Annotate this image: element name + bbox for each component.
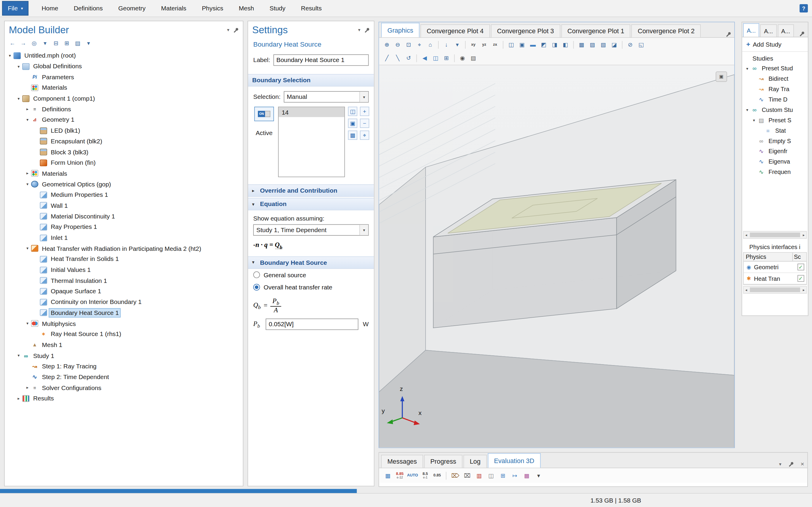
- section-equation[interactable]: ▾ Equation: [248, 198, 374, 211]
- hide-geometric-entities-icon[interactable]: ⊘: [626, 40, 635, 49]
- radio-checked-icon[interactable]: [253, 284, 260, 291]
- tree-item-empty-s[interactable]: ∞Empty S: [742, 136, 808, 146]
- more-dropdown-icon[interactable]: ▾: [84, 38, 93, 48]
- print-graphics-icon[interactable]: ▤: [469, 53, 478, 63]
- tree-item-medium-properties-1[interactable]: Medium Properties 1: [5, 190, 243, 201]
- collapse-all-icon[interactable]: ⊟: [51, 38, 61, 48]
- expand-all-icon[interactable]: ⊞: [62, 38, 71, 48]
- more-options-icon[interactable]: ▾: [534, 471, 543, 480]
- environment-reflections-icon[interactable]: ◨: [550, 40, 559, 49]
- show-dropdown-icon[interactable]: ▾: [40, 38, 50, 48]
- file-menu-button[interactable]: File ▾: [2, 1, 29, 15]
- maximize-window-icon[interactable]: ⊞: [442, 53, 451, 63]
- label-input[interactable]: [273, 54, 369, 66]
- expand-arrow[interactable]: ▸: [24, 385, 31, 390]
- show-grid-icon[interactable]: ▦: [577, 40, 586, 49]
- table-format-icon[interactable]: ▦: [383, 471, 392, 480]
- tree-item-global-definitions[interactable]: ▾Global Definitions: [5, 61, 243, 71]
- 3d-scene[interactable]: [379, 65, 734, 448]
- table-graph-icon[interactable]: ⊞: [498, 471, 508, 480]
- tree-item-mesh-1[interactable]: ▲Mesh 1: [5, 340, 243, 350]
- tree-item-inlet-1[interactable]: Inlet 1: [5, 232, 243, 243]
- tree-item-frequen[interactable]: ∿Frequen: [742, 167, 808, 177]
- add-study-button[interactable]: + Add Study: [742, 38, 808, 52]
- tree-item-study-1[interactable]: ▾∞Study 1: [5, 350, 243, 361]
- physics-horizontal-scrollbar[interactable]: ◂ ▸: [743, 286, 807, 294]
- graphics-tab-convergence-plot-3[interactable]: Convergence Plot 3: [491, 24, 560, 38]
- scroll-left-icon[interactable]: ◂: [744, 288, 749, 292]
- tree-item-component-1-comp1[interactable]: ▾Component 1 (comp1): [5, 93, 243, 104]
- show-options-icon[interactable]: ◎: [30, 38, 39, 48]
- export-table-icon[interactable]: ↦: [510, 471, 519, 480]
- tree-item-eigenva[interactable]: ∿Eigenva: [742, 157, 808, 167]
- panel-dropdown-icon[interactable]: ▾: [779, 462, 781, 467]
- precision-engineering-icon[interactable]: 8.5e-1: [420, 471, 430, 480]
- tree-item-ray-properties-1[interactable]: Ray Properties 1: [5, 222, 243, 232]
- selection-dropdown[interactable]: Manual ▾: [284, 91, 369, 102]
- split-window-icon[interactable]: ◫: [431, 53, 440, 63]
- tree-item-encapsulant-blk2[interactable]: Encapsulant (blk2): [5, 136, 243, 147]
- tree-item-ray-tra[interactable]: ↝Ray Tra: [742, 84, 808, 95]
- transparency-icon[interactable]: ◧: [561, 40, 570, 49]
- collapse-arrow[interactable]: ▾: [7, 53, 13, 58]
- rotate-scene-icon[interactable]: ╲: [393, 53, 402, 63]
- go-to-default-view-icon[interactable]: ⌂: [425, 40, 435, 49]
- menu-item-home[interactable]: Home: [34, 0, 66, 17]
- graphics-tab-convergence-plot-1[interactable]: Convergence Plot 1: [561, 24, 630, 38]
- info-tab-evaluation-3d[interactable]: Evaluation 3D: [487, 453, 540, 468]
- panel-dropdown-icon[interactable]: ▾: [227, 27, 229, 32]
- tree-item-form-union-fin[interactable]: Form Union (fin): [5, 157, 243, 168]
- go-back-icon[interactable]: ←: [8, 38, 17, 48]
- collapse-arrow[interactable]: ▾: [15, 96, 22, 101]
- pin-icon[interactable]: [788, 461, 794, 467]
- solve-checkbox[interactable]: ✓: [797, 264, 804, 270]
- tree-item-results[interactable]: ▸Results: [5, 393, 243, 404]
- precision-full-icon[interactable]: 8.85e-12: [395, 471, 404, 480]
- expand-arrow[interactable]: ▸: [24, 107, 31, 112]
- right-tab-a-2[interactable]: A...: [777, 24, 794, 37]
- tree-item-thermal-insulation-1[interactable]: Thermal Insulation 1: [5, 275, 243, 286]
- right-tab-a-1[interactable]: A...: [760, 24, 777, 37]
- tree-item-definitions[interactable]: ▸≡Definitions: [5, 104, 243, 115]
- menu-item-study[interactable]: Study: [262, 0, 293, 17]
- graphics-viewport[interactable]: z y x ▣: [379, 65, 734, 448]
- menu-item-materials[interactable]: Materials: [154, 0, 194, 17]
- snapshot-camera-icon[interactable]: ◉: [458, 53, 467, 63]
- solve-checkbox[interactable]: ✓: [797, 275, 804, 282]
- section-boundary-selection[interactable]: Boundary Selection: [248, 74, 374, 87]
- collapse-arrow[interactable]: ▾: [744, 107, 750, 112]
- section-boundary-heat-source[interactable]: ▾ Boundary Heat Source: [248, 256, 374, 269]
- tree-item-step-1-ray-tracing[interactable]: ↝Step 1: Ray Tracing: [5, 361, 243, 372]
- clip-plane-icon[interactable]: ◪: [610, 40, 619, 49]
- tree-item-materials[interactable]: ▸Materials: [5, 168, 243, 179]
- tree-item-bidirect[interactable]: ↝Bidirect: [742, 74, 808, 84]
- collapse-arrow[interactable]: ▾: [24, 182, 31, 187]
- expand-arrow[interactable]: ▸: [252, 188, 257, 193]
- tree-item-geometrical-optics-gop[interactable]: ▾Geometrical Optics (gop): [5, 179, 243, 189]
- boundary-item-14[interactable]: 14: [279, 107, 345, 117]
- panel-dropdown-icon[interactable]: ▾: [358, 27, 361, 32]
- collapse-arrow[interactable]: ▾: [751, 118, 757, 123]
- tree-item-stat[interactable]: =Stat: [742, 125, 808, 136]
- tree-item-preset-s[interactable]: ▾▤Preset S: [742, 115, 808, 125]
- yz-view-icon[interactable]: yz: [480, 40, 489, 49]
- view-direction-icon[interactable]: ↓: [442, 40, 451, 49]
- tree-item-boundary-heat-source-1[interactable]: Boundary Heat Source 1: [5, 307, 243, 318]
- collapse-arrow[interactable]: ▾: [744, 66, 750, 71]
- pin-icon[interactable]: [726, 32, 731, 37]
- pin-icon[interactable]: [233, 27, 239, 33]
- image-snapshot-icon[interactable]: ▬: [528, 40, 537, 49]
- color-table-icon[interactable]: ▩: [522, 471, 531, 480]
- tree-item-continuity-on-interior-boundary-1[interactable]: Continuity on Interior Boundary 1: [5, 297, 243, 307]
- show-selection-colors-icon[interactable]: ▧: [599, 40, 608, 49]
- right-tab-a-0[interactable]: A...: [743, 23, 759, 37]
- tree-item-eigenfr[interactable]: ∿Eigenfr: [742, 146, 808, 157]
- table-row-geometri[interactable]: ◉Geometri✓: [744, 262, 806, 273]
- tree-item-preset-stud[interactable]: ▾∞Preset Stud: [742, 63, 808, 74]
- tree-item-led-blk1[interactable]: LED (blk1): [5, 125, 243, 136]
- zoom-extents-icon[interactable]: ⌖: [415, 40, 424, 49]
- info-tab-progress[interactable]: Progress: [424, 455, 462, 468]
- menu-item-physics[interactable]: Physics: [194, 0, 231, 17]
- collapse-arrow[interactable]: ▾: [24, 321, 31, 326]
- tree-item-geometry-1[interactable]: ▾⊿Geometry 1: [5, 115, 243, 125]
